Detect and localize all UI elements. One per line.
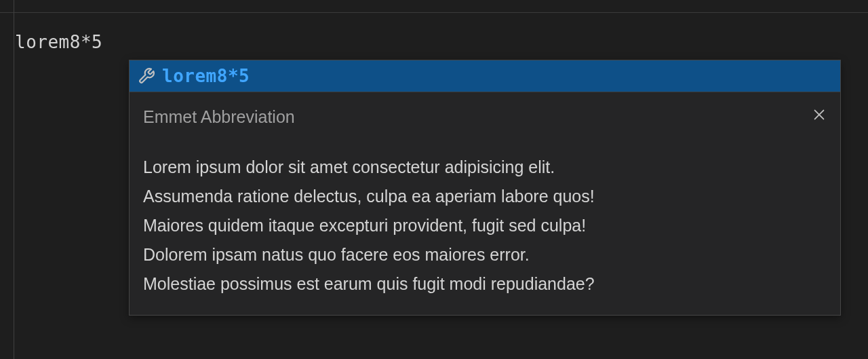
wrench-icon	[138, 67, 155, 85]
close-icon[interactable]	[812, 107, 827, 122]
preview-line: Maiores quidem itaque excepturi providen…	[143, 211, 827, 240]
suggestion-item-selected[interactable]: lorem8*5	[130, 60, 840, 92]
preview-line: Assumenda ratione delectus, culpa ea ape…	[143, 182, 827, 211]
editor-gutter-line	[14, 0, 14, 359]
suggestion-label: lorem8*5	[162, 66, 250, 86]
editor-typed-text[interactable]: lorem8*5	[15, 32, 102, 52]
preview-line: Dolorem ipsam natus quo facere eos maior…	[143, 240, 827, 269]
suggestion-details-title: Emmet Abbreviation	[143, 107, 827, 127]
preview-line: Molestiae possimus est earum quis fugit …	[143, 269, 827, 299]
suggestion-details: Emmet Abbreviation Lorem ipsum dolor sit…	[130, 92, 840, 315]
suggestion-preview: Lorem ipsum dolor sit amet consectetur a…	[143, 153, 827, 299]
preview-line: Lorem ipsum dolor sit amet consectetur a…	[143, 153, 827, 182]
suggestion-popup: lorem8*5 Emmet Abbreviation Lorem ipsum …	[129, 60, 841, 316]
editor-line-separator	[0, 12, 868, 39]
